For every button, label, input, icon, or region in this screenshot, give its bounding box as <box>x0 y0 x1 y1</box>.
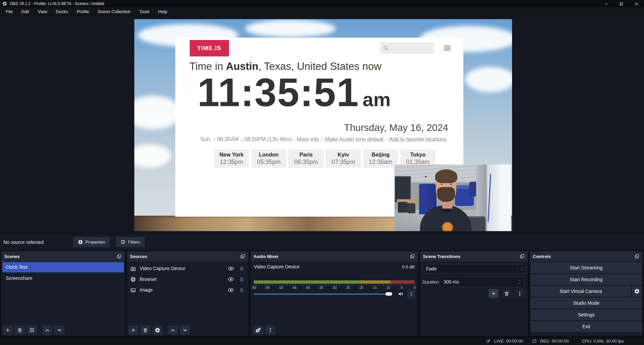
scene-item[interactable]: Clock Test <box>2 262 124 272</box>
menu-item[interactable]: Help <box>154 7 172 16</box>
preview-area: TIME.IS Time in Austin, Texas, United St… <box>0 16 644 233</box>
controls-button[interactable]: Start Streaming <box>531 262 642 273</box>
city-name: Tokyo <box>400 152 435 158</box>
live-time: LIVE: 00:00:00 <box>494 339 523 344</box>
popout-icon[interactable] <box>519 254 525 259</box>
search-input[interactable] <box>380 42 434 54</box>
menu-item[interactable]: Tools <box>135 7 154 16</box>
audio-mixer-header[interactable]: Audio Mixer <box>250 251 418 261</box>
unlock-icon[interactable] <box>239 288 244 293</box>
city-time-card[interactable]: Paris 06:35pm <box>288 149 324 168</box>
remove-source-button[interactable] <box>140 326 150 335</box>
menu-item[interactable]: Docks <box>51 7 72 16</box>
spin-up-icon[interactable] <box>518 279 521 282</box>
dots-vertical-icon <box>268 328 273 333</box>
scene-item[interactable]: Screenshare <box>2 273 124 284</box>
chevron-down-icon <box>520 269 523 271</box>
make-default-link[interactable]: Make Austin time default <box>325 136 383 142</box>
city-time-card[interactable]: New York 12:35pm <box>214 149 249 168</box>
move-scene-down-button[interactable] <box>54 326 64 335</box>
add-source-button[interactable] <box>128 326 138 335</box>
sources-header[interactable]: Sources <box>127 251 248 261</box>
unlock-icon[interactable] <box>239 277 244 282</box>
visibility-eye-icon[interactable] <box>228 276 234 283</box>
controls-row: Start Recording <box>531 274 642 285</box>
move-source-up-button[interactable] <box>168 326 178 335</box>
menu-item[interactable]: Edit <box>17 7 33 16</box>
menu-item[interactable]: Profile <box>72 7 93 16</box>
menu-item[interactable]: View <box>33 7 51 16</box>
close-icon <box>634 2 639 6</box>
minimize-button[interactable] <box>599 0 614 7</box>
spin-down-icon[interactable] <box>518 282 521 285</box>
controls-button[interactable]: Start Recording <box>531 274 642 285</box>
close-button[interactable] <box>629 0 644 7</box>
move-scene-up-button[interactable] <box>42 326 52 335</box>
add-scene-button[interactable] <box>3 326 13 335</box>
add-transition-button[interactable] <box>489 289 498 298</box>
volume-slider[interactable] <box>254 294 392 295</box>
webcam-overlay[interactable] <box>395 165 511 231</box>
properties-button[interactable]: Properties <box>73 237 110 247</box>
popout-icon[interactable] <box>634 254 640 259</box>
controls-button[interactable]: Exit <box>531 321 642 332</box>
duration-label: Duration <box>422 279 440 285</box>
menu-item[interactable]: Scene Collection <box>93 7 135 16</box>
timeis-logo[interactable]: TIME.IS <box>190 40 229 56</box>
speaker-icon[interactable] <box>398 291 404 297</box>
controls-header[interactable]: Controls <box>530 251 643 261</box>
more-info-link[interactable]: More info <box>297 136 319 142</box>
city-time-card[interactable]: Kyiv 07:35pm <box>326 149 361 168</box>
plus-icon <box>5 328 10 333</box>
transition-options-button[interactable] <box>515 289 524 298</box>
duration-spinbox[interactable]: 300 ms <box>440 277 524 287</box>
trash-icon <box>143 328 148 333</box>
unlock-icon[interactable] <box>239 266 244 271</box>
camera-icon <box>130 266 136 271</box>
volume-meter: -60-55-50-45-40-35-30-25-20-15-10-50 <box>254 281 415 290</box>
source-row[interactable]: Image <box>127 285 248 295</box>
mixer-menu-button[interactable] <box>265 326 275 335</box>
scene-filters-button[interactable] <box>27 326 37 335</box>
city-time-card[interactable]: London 05:35pm <box>251 149 286 168</box>
remove-transition-button[interactable] <box>502 289 511 298</box>
person-hair <box>435 169 457 183</box>
controls-button[interactable]: Settings <box>531 309 642 320</box>
cloud <box>465 67 512 92</box>
popout-icon[interactable] <box>117 254 122 259</box>
source-row[interactable]: Video Capture Device <box>127 263 248 273</box>
mixer-options-button[interactable] <box>407 290 415 298</box>
globe-icon <box>130 276 136 282</box>
controls-button[interactable]: Studio Mode <box>531 298 642 308</box>
controls-button[interactable]: Start Virtual Camera <box>531 286 631 297</box>
filter-icon <box>29 328 35 333</box>
restore-button[interactable] <box>614 0 629 7</box>
statusbar: LIVE: 00:00:00 REC: 00:00:00 CPU: 0.6%, … <box>0 337 644 345</box>
filters-button[interactable]: Filters <box>116 237 144 247</box>
advanced-audio-button[interactable] <box>253 326 263 335</box>
virtual-camera-config-button[interactable] <box>632 286 642 297</box>
source-row[interactable]: Browser <box>127 274 248 284</box>
trash-icon <box>504 291 509 296</box>
scenes-header[interactable]: Scenes <box>1 251 125 261</box>
popout-icon[interactable] <box>410 254 415 259</box>
transition-select[interactable]: Fade <box>422 264 525 273</box>
meter-tick-label: -40 <box>305 286 310 290</box>
chevron-up-icon <box>45 328 50 333</box>
meter-tick-label: -35 <box>318 286 323 290</box>
source-properties-button[interactable] <box>152 326 163 335</box>
city-time-card[interactable]: Beijing 12:35am <box>363 149 398 168</box>
favorite-locations-link[interactable]: Add to favorite locations <box>389 136 447 142</box>
remove-scene-button[interactable] <box>15 326 25 335</box>
hamburger-menu-icon[interactable] <box>443 44 452 52</box>
move-source-down-button[interactable] <box>180 326 190 335</box>
volume-slider-handle[interactable] <box>385 292 392 296</box>
scene-transitions-header[interactable]: Scene Transitions <box>420 251 528 261</box>
popout-icon[interactable] <box>240 254 245 259</box>
titlebar[interactable]: OBS 29.1.2 - Profile: LLHLS BETA - Scene… <box>0 0 644 7</box>
program-canvas[interactable]: TIME.IS Time in Austin, Texas, United St… <box>134 19 512 231</box>
source-status-text: No source selected <box>3 240 67 245</box>
menu-item[interactable]: File <box>1 7 17 16</box>
visibility-eye-icon[interactable] <box>228 287 234 293</box>
visibility-eye-icon[interactable] <box>228 265 234 272</box>
